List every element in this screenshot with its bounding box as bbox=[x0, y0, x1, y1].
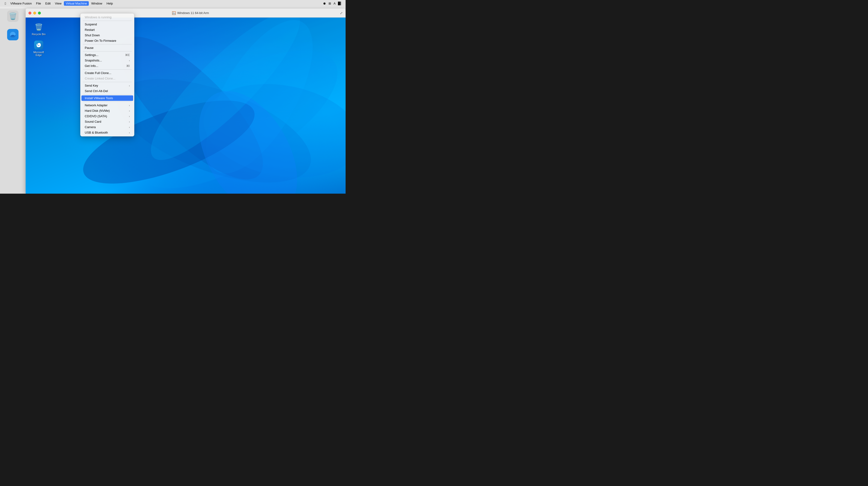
virtual-machine-dropdown: Windows is running Suspend Restart Shut … bbox=[80, 13, 134, 136]
send-key-label: Send Key bbox=[85, 84, 98, 87]
vm-titlebar: 🪟 Windows 11 64-bit Arm ⤢ bbox=[26, 8, 346, 18]
vm-window: 🪟 Windows 11 64-bit Arm ⤢ bbox=[26, 8, 346, 194]
menubar-view[interactable]: View bbox=[53, 1, 63, 6]
menu-item-get-info[interactable]: Get Info... ⌘I bbox=[82, 63, 133, 69]
window-maximize-button[interactable] bbox=[38, 12, 41, 14]
menu-item-settings[interactable]: Settings... ⌘E bbox=[82, 52, 133, 58]
desktop-icon-edge[interactable]: MicrosoftEdge bbox=[30, 40, 47, 57]
suspend-label: Suspend bbox=[85, 23, 97, 26]
hard-disk-nvme-label: Hard Disk (NVMe) bbox=[85, 109, 110, 112]
edge-desktop-icon bbox=[34, 40, 43, 50]
menu-item-shut-down[interactable]: Shut Down bbox=[82, 33, 133, 38]
edge-icon bbox=[7, 29, 19, 40]
send-ctrl-alt-del-label: Send Ctrl-Alt-Del bbox=[85, 89, 108, 93]
network-adapter-arrow: › bbox=[129, 104, 130, 107]
battery-icon[interactable]: ▉▎ bbox=[338, 2, 343, 5]
sound-card-arrow: › bbox=[129, 120, 130, 123]
restart-label: Restart bbox=[85, 28, 95, 32]
menu-item-send-key[interactable]: Send Key › bbox=[82, 83, 133, 88]
edge-label: MicrosoftEdge bbox=[33, 51, 44, 57]
recycle-bin-icon: 🗑️ bbox=[7, 10, 19, 22]
separator-5 bbox=[83, 82, 132, 82]
menu-item-windows-running: Windows is running bbox=[82, 14, 133, 20]
hard-disk-nvme-arrow: › bbox=[129, 109, 130, 112]
recycle-bin-desktop-icon: 🗑️ bbox=[34, 22, 43, 32]
win11-swirl bbox=[26, 18, 346, 194]
menu-item-pause[interactable]: Pause bbox=[82, 45, 133, 51]
menu-item-snapshots[interactable]: Snapshots... › bbox=[82, 58, 133, 63]
sound-card-label: Sound Card bbox=[85, 120, 101, 123]
cd-dvd-sata-label: CD/DVD (SATA) bbox=[85, 115, 107, 118]
menu-item-usb-bluetooth[interactable]: USB & Bluetooth › bbox=[82, 130, 133, 135]
create-linked-clone-label: Create Linked Clone... bbox=[85, 77, 115, 80]
vm-expand-button[interactable]: ⤢ bbox=[340, 11, 343, 15]
menubar-file[interactable]: File bbox=[34, 1, 43, 6]
get-info-label: Get Info... bbox=[85, 64, 98, 68]
network-adapter-label: Network Adapter bbox=[85, 103, 107, 107]
menu-item-sound-card[interactable]: Sound Card › bbox=[82, 119, 133, 124]
sidebar-recycle-bin: 🗑️ bbox=[4, 10, 21, 27]
windows-running-label: Windows is running bbox=[85, 15, 112, 19]
menu-item-camera[interactable]: Camera › bbox=[82, 124, 133, 130]
main-area: 🗑️ 🪟 Windows 11 64-bit Arm ⤢ bbox=[0, 7, 346, 194]
menubar-left:  VMware Fusion File Edit View Virtual M… bbox=[3, 1, 115, 6]
menubar-window[interactable]: Window bbox=[89, 1, 104, 6]
power-on-firmware-label: Power On To Firmware bbox=[85, 39, 116, 42]
menu-item-network-adapter[interactable]: Network Adapter › bbox=[82, 102, 133, 108]
menubar-help[interactable]: Help bbox=[105, 1, 115, 6]
window-close-button[interactable] bbox=[29, 12, 31, 14]
camera-arrow: › bbox=[129, 126, 130, 129]
menu-item-create-full-clone[interactable]: Create Full Clone... bbox=[82, 70, 133, 76]
menu-item-cd-dvd-sata[interactable]: CD/DVD (SATA) › bbox=[82, 114, 133, 119]
snapshots-arrow: › bbox=[129, 59, 130, 62]
vmware-icon[interactable]: ⊞ bbox=[329, 2, 331, 5]
menu-item-restart[interactable]: Restart bbox=[82, 27, 133, 33]
window-minimize-button[interactable] bbox=[33, 12, 36, 14]
vm-desktop[interactable]: 🗑️ Recycle Bin bbox=[26, 18, 346, 194]
vm-title-text: Windows 11 64-bit Arm bbox=[177, 11, 209, 15]
desktop-icon-recycle-bin[interactable]: 🗑️ Recycle Bin bbox=[30, 22, 47, 36]
menubar-right: ⏺ ⊞ A ▉▎ bbox=[323, 2, 343, 5]
menu-item-send-ctrl-alt-del[interactable]: Send Ctrl-Alt-Del bbox=[82, 88, 133, 94]
create-full-clone-label: Create Full Clone... bbox=[85, 71, 111, 75]
camera-label: Camera bbox=[85, 125, 96, 129]
get-info-shortcut: ⌘I bbox=[126, 64, 130, 68]
record-icon[interactable]: ⏺ bbox=[323, 2, 326, 5]
settings-shortcut: ⌘E bbox=[125, 54, 130, 57]
settings-label: Settings... bbox=[85, 53, 98, 57]
separator-6 bbox=[83, 94, 132, 95]
menu-item-hard-disk-nvme[interactable]: Hard Disk (NVMe) › bbox=[82, 108, 133, 114]
menu-item-create-linked-clone: Create Linked Clone... bbox=[82, 76, 133, 81]
recycle-bin-label: Recycle Bin bbox=[32, 33, 45, 36]
separator-2 bbox=[83, 44, 132, 44]
menubar:  VMware Fusion File Edit View Virtual M… bbox=[0, 0, 346, 7]
cd-dvd-sata-arrow: › bbox=[129, 115, 130, 118]
sidebar-edge bbox=[4, 29, 21, 45]
desktop-icons: 🗑️ Recycle Bin bbox=[30, 22, 47, 57]
menubar-edit[interactable]: Edit bbox=[43, 1, 53, 6]
send-key-arrow: › bbox=[129, 84, 130, 87]
snapshots-label: Snapshots... bbox=[85, 59, 102, 62]
apple-menu[interactable]:  bbox=[3, 1, 8, 6]
text-input-icon[interactable]: A bbox=[334, 2, 336, 5]
separator-3 bbox=[83, 51, 132, 52]
usb-bluetooth-label: USB & Bluetooth bbox=[85, 131, 108, 134]
vm-os-icon: 🪟 bbox=[172, 11, 176, 15]
shut-down-label: Shut Down bbox=[85, 33, 100, 37]
sidebar: 🗑️ bbox=[0, 8, 26, 194]
usb-bluetooth-arrow: › bbox=[129, 131, 130, 134]
menu-item-power-on-firmware[interactable]: Power On To Firmware bbox=[82, 38, 133, 43]
menubar-virtual-machine[interactable]: Virtual Machine bbox=[64, 1, 89, 6]
separator-1 bbox=[83, 21, 132, 21]
menu-item-install-vmware-tools[interactable]: Install VMware Tools bbox=[82, 95, 133, 101]
install-vmware-tools-label: Install VMware Tools bbox=[85, 96, 113, 100]
menu-item-suspend[interactable]: Suspend bbox=[82, 22, 133, 27]
pause-label: Pause bbox=[85, 46, 94, 50]
menubar-vmware-fusion[interactable]: VMware Fusion bbox=[8, 1, 33, 6]
